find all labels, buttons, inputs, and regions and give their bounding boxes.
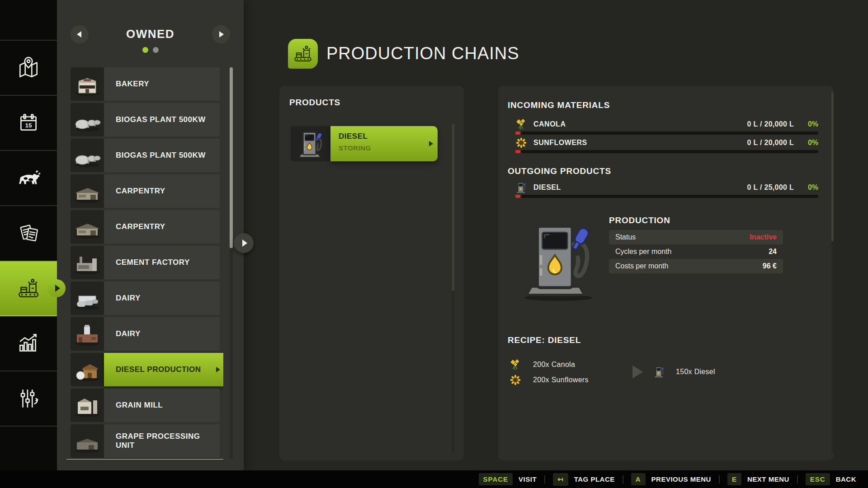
production-stat-row: Costs per month 96 € xyxy=(609,259,783,273)
capacity-bar xyxy=(515,131,818,135)
products-scrollbar[interactable] xyxy=(452,124,454,454)
panel-expand-tab[interactable] xyxy=(234,233,254,253)
page-dot-1[interactable] xyxy=(142,47,148,53)
material-row: CANOLA 0 L / 20,000 L 0% xyxy=(515,117,818,135)
stat-label: Status xyxy=(615,233,636,241)
recipe-input-label: 200x Canola xyxy=(533,361,575,369)
sidebar-item-production[interactable] xyxy=(0,261,57,316)
stat-value: 96 € xyxy=(763,262,777,270)
building-list-item[interactable]: DIESEL PRODUCTION xyxy=(71,353,223,386)
details-scrollbar[interactable] xyxy=(831,92,834,454)
sidebar-item-statistics[interactable] xyxy=(0,316,57,371)
incoming-materials-title: INCOMING MATERIALS xyxy=(508,100,610,110)
building-thumbnail xyxy=(71,139,104,172)
hint-divider xyxy=(623,475,623,483)
key-badge[interactable]: SPACE xyxy=(479,473,513,485)
bar-warning-dot xyxy=(515,150,520,153)
recipe-input-label: 200x Sunflowers xyxy=(533,376,589,384)
scrollbar-thumb[interactable] xyxy=(452,124,454,291)
stat-value: 24 xyxy=(769,248,777,256)
building-thumbnail xyxy=(71,246,104,279)
building-list-item[interactable]: CARPENTRY xyxy=(71,210,220,244)
building-name: BIOGAS PLANT 500KW xyxy=(116,115,206,124)
building-name: GRAIN MILL xyxy=(116,401,163,410)
building-list-item[interactable]: GRAPE PROCESSING UNIT xyxy=(71,424,220,458)
outgoing-products-rows: DIESEL 0 L / 25,000 L 0% xyxy=(515,181,818,199)
fuel-pump-icon xyxy=(653,366,665,378)
scrollbar-thumb[interactable] xyxy=(831,92,834,241)
input-hint: ↤ TAG PLACE xyxy=(553,473,615,486)
production-details-panel: INCOMING MATERIALS CANOLA 0 L / 20,000 L… xyxy=(498,86,834,460)
input-hints-bar: SPACE VISIT ↤ TAG PLACE A PREVIOUS MENU … xyxy=(0,470,868,488)
material-name: SUNFLOWERS xyxy=(533,139,587,147)
building-list-item[interactable]: DAIRY xyxy=(71,282,220,315)
hint-label: BACK xyxy=(836,475,856,483)
building-list-item[interactable]: GRAIN MILL xyxy=(71,389,220,422)
sidebar-item-contracts[interactable] xyxy=(0,206,57,261)
products-panel: PRODUCTS DIESEL STORING xyxy=(279,86,464,460)
material-amount: 0 L / 25,000 L xyxy=(747,183,794,192)
building-list-item[interactable]: BAKERY xyxy=(71,67,220,101)
building-list-item[interactable]: CEMENT FACTORY xyxy=(71,246,220,279)
material-name: DIESEL xyxy=(533,183,561,192)
building-list-scrollbar[interactable] xyxy=(230,67,233,459)
building-thumbnail xyxy=(71,282,104,315)
fuel-pump-icon xyxy=(515,182,527,193)
chevron-right-icon xyxy=(429,141,433,146)
sidebar-item-map[interactable] xyxy=(0,41,57,96)
building-list-viewport: BAKERY BIOGAS PLANT 500KW BIOGAS PLANT 5… xyxy=(66,67,223,460)
material-row: SUNFLOWERS 0 L / 20,000 L 0% xyxy=(515,136,818,153)
stat-value: Inactive xyxy=(750,233,777,241)
building-list-item[interactable]: BIOGAS PLANT 500KW xyxy=(71,103,220,136)
owned-buildings-panel: OWNED BAKERY BIOGAS PLANT 500KW BIOGAS P… xyxy=(57,0,244,470)
building-name: DAIRY xyxy=(116,329,141,338)
hint-label: PREVIOUS MENU xyxy=(651,475,711,483)
building-name: CARPENTRY xyxy=(116,222,165,231)
building-thumbnail xyxy=(71,67,104,101)
building-name: DIESEL PRODUCTION xyxy=(116,365,201,374)
svg-text:15: 15 xyxy=(25,122,32,129)
scrollbar-thumb[interactable] xyxy=(230,67,233,248)
key-badge[interactable]: E xyxy=(727,473,741,485)
production-chains-icon xyxy=(288,39,318,69)
contracts-icon xyxy=(16,221,41,245)
sidebar-item-finances[interactable] xyxy=(0,371,57,427)
key-badge[interactable]: ↤ xyxy=(553,473,568,486)
key-badge[interactable]: ESC xyxy=(806,473,830,485)
recipe-input-row: 200x Canola xyxy=(509,357,589,372)
product-status: STORING xyxy=(339,144,429,152)
statistics-icon xyxy=(16,331,41,356)
material-amount: 0 L / 20,000 L xyxy=(747,139,794,147)
sunflower-icon xyxy=(509,374,521,386)
finances-icon xyxy=(16,386,41,411)
map-icon xyxy=(16,56,41,80)
owned-next-page-button[interactable] xyxy=(212,25,230,43)
product-name: DIESEL xyxy=(339,132,429,141)
building-name: DAIRY xyxy=(116,294,141,303)
incoming-materials-rows: CANOLA 0 L / 20,000 L 0% SUNFLOWERS 0 L … xyxy=(515,117,818,155)
building-list-item[interactable]: BIOGAS PLANT 500KW xyxy=(71,139,220,172)
capacity-bar xyxy=(515,195,818,198)
key-badge[interactable]: A xyxy=(631,473,646,485)
input-hint: ESC BACK xyxy=(806,473,856,485)
bar-warning-dot xyxy=(515,195,520,198)
stat-label: Cycles per month xyxy=(615,248,672,256)
material-percent: 0% xyxy=(794,183,818,192)
product-label: DIESEL STORING xyxy=(330,126,438,161)
sidebar-item-animals[interactable] xyxy=(0,151,57,206)
hint-divider xyxy=(797,475,798,483)
building-name: GRAPE PROCESSING UNIT xyxy=(116,432,220,450)
calendar-icon: 15 xyxy=(16,111,41,135)
hint-label: VISIT xyxy=(519,475,537,483)
building-thumbnail xyxy=(71,424,104,458)
recipe-output: 150x Diesel xyxy=(653,364,715,380)
hint-divider xyxy=(544,475,545,483)
fuel-pump-image xyxy=(522,218,594,297)
building-list-item[interactable]: DAIRY xyxy=(71,317,220,351)
sidebar-item-calendar[interactable]: 15 xyxy=(0,96,57,151)
building-list-item[interactable]: CARPENTRY xyxy=(71,174,220,208)
production-title: PRODUCTION xyxy=(609,216,670,225)
page-dot-2[interactable] xyxy=(153,47,159,53)
hint-label: TAG PLACE xyxy=(574,475,615,483)
product-item-diesel[interactable]: DIESEL STORING xyxy=(291,126,438,161)
